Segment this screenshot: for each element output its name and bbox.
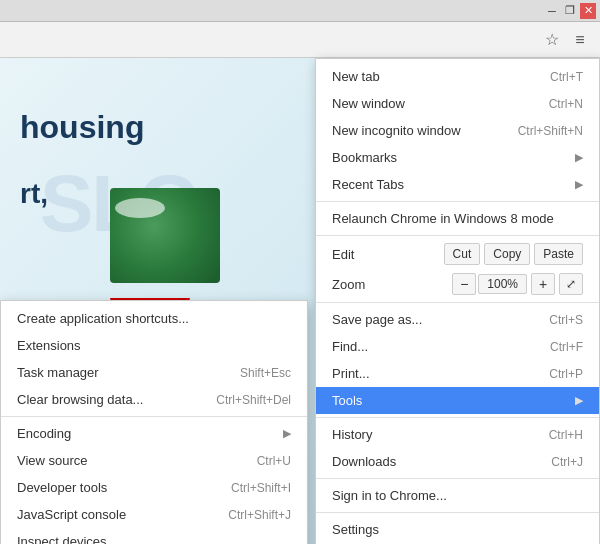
close-button[interactable]: ✕ xyxy=(580,3,596,19)
submenu-item-label: Inspect devices xyxy=(17,534,291,544)
copy-button[interactable]: Copy xyxy=(484,243,530,265)
main-menu: New tabCtrl+TNew windowCtrl+NNew incogni… xyxy=(315,58,600,544)
menu-item-label: Bookmarks xyxy=(332,150,569,165)
shortcut-label: Ctrl+U xyxy=(257,454,291,468)
menu-item-tools[interactable]: Tools▶ xyxy=(316,387,599,414)
submenu-item-label: Clear browsing data... xyxy=(17,392,196,407)
submenu-item-label: Developer tools xyxy=(17,480,211,495)
paste-button[interactable]: Paste xyxy=(534,243,583,265)
browser-toolbar: ☆ ≡ xyxy=(0,22,600,58)
shortcut-label: Shift+Esc xyxy=(240,366,291,380)
zoom-label: Zoom xyxy=(332,277,450,292)
zoom-in-button[interactable]: + xyxy=(531,273,555,295)
menu-item-label: Recent Tabs xyxy=(332,177,569,192)
shortcut-label: Ctrl+J xyxy=(551,455,583,469)
zoom-value: 100% xyxy=(478,274,527,294)
tools-submenu: Create application shortcuts...Extension… xyxy=(0,300,308,544)
zoom-out-button[interactable]: − xyxy=(452,273,476,295)
submenu-item-1[interactable]: Extensions xyxy=(1,332,307,359)
zoom-row: Zoom−100%+⤢ xyxy=(316,269,599,299)
submenu-item-label: Extensions xyxy=(17,338,291,353)
submenu-item-7[interactable]: Developer toolsCtrl+Shift+I xyxy=(1,474,307,501)
menu-item-label: Settings xyxy=(332,522,583,537)
shortcut-label: Ctrl+T xyxy=(550,70,583,84)
submenu-item-label: Encoding xyxy=(17,426,277,441)
menu-divider xyxy=(1,416,307,417)
menu-icon[interactable]: ≡ xyxy=(566,26,594,54)
menu-item-label: New window xyxy=(332,96,539,111)
menu-item-label: Relaunch Chrome in Windows 8 mode xyxy=(332,211,583,226)
menu-item-save-page[interactable]: Save page as...Ctrl+S xyxy=(316,306,599,333)
menu-divider xyxy=(316,235,599,236)
submenu-item-8[interactable]: JavaScript consoleCtrl+Shift+J xyxy=(1,501,307,528)
edit-label: Edit xyxy=(332,247,440,262)
menu-item-find[interactable]: Find...Ctrl+F xyxy=(316,333,599,360)
submenu-item-3[interactable]: Clear browsing data...Ctrl+Shift+Del xyxy=(1,386,307,413)
arrow-icon: ▶ xyxy=(575,178,583,191)
shortcut-label: Ctrl+N xyxy=(549,97,583,111)
menu-item-label: History xyxy=(332,427,539,442)
maximize-button[interactable]: ❐ xyxy=(562,3,578,19)
menu-divider xyxy=(316,302,599,303)
shortcut-label: Ctrl+H xyxy=(549,428,583,442)
earth-clouds xyxy=(115,198,165,218)
submenu-arrow-icon: ▶ xyxy=(283,427,291,440)
submenu-item-9[interactable]: Inspect devices xyxy=(1,528,307,544)
submenu-item-0[interactable]: Create application shortcuts... xyxy=(1,305,307,332)
shortcut-label: Ctrl+Shift+Del xyxy=(216,393,291,407)
submenu-item-label: Create application shortcuts... xyxy=(17,311,291,326)
cut-button[interactable]: Cut xyxy=(444,243,481,265)
fullscreen-button[interactable]: ⤢ xyxy=(559,273,583,295)
submenu-item-label: View source xyxy=(17,453,237,468)
menu-item-label: Sign in to Chrome... xyxy=(332,488,583,503)
edit-row: EditCutCopyPaste xyxy=(316,239,599,269)
arrow-icon: ▶ xyxy=(575,151,583,164)
menu-item-print[interactable]: Print...Ctrl+P xyxy=(316,360,599,387)
shortcut-label: Ctrl+P xyxy=(549,367,583,381)
arrow-icon: ▶ xyxy=(575,394,583,407)
menu-item-bookmarks[interactable]: Bookmarks▶ xyxy=(316,144,599,171)
menu-item-signin[interactable]: Sign in to Chrome... xyxy=(316,482,599,509)
shortcut-label: Ctrl+S xyxy=(549,313,583,327)
submenu-item-6[interactable]: View sourceCtrl+U xyxy=(1,447,307,474)
menu-item-settings[interactable]: Settings xyxy=(316,516,599,543)
menu-divider xyxy=(316,201,599,202)
menu-item-label: Save page as... xyxy=(332,312,539,327)
menu-item-new-incognito[interactable]: New incognito windowCtrl+Shift+N xyxy=(316,117,599,144)
menu-divider xyxy=(316,512,599,513)
menu-divider xyxy=(316,417,599,418)
menu-item-label: Find... xyxy=(332,339,540,354)
submenu-item-label: JavaScript console xyxy=(17,507,208,522)
menu-item-relaunch[interactable]: Relaunch Chrome in Windows 8 mode xyxy=(316,205,599,232)
menu-item-downloads[interactable]: DownloadsCtrl+J xyxy=(316,448,599,475)
title-bar: ─ ❐ ✕ xyxy=(0,0,600,22)
shortcut-label: Ctrl+Shift+I xyxy=(231,481,291,495)
menu-divider xyxy=(316,478,599,479)
menu-item-label: New incognito window xyxy=(332,123,508,138)
submenu-item-label: Task manager xyxy=(17,365,220,380)
page-text-housing: housing xyxy=(20,108,144,146)
submenu-item-5[interactable]: Encoding▶ xyxy=(1,420,307,447)
menu-item-new-window[interactable]: New windowCtrl+N xyxy=(316,90,599,117)
shortcut-label: Ctrl+Shift+J xyxy=(228,508,291,522)
bookmark-icon[interactable]: ☆ xyxy=(538,26,566,54)
menu-item-label: New tab xyxy=(332,69,540,84)
shortcut-label: Ctrl+Shift+N xyxy=(518,124,583,138)
menu-item-history[interactable]: HistoryCtrl+H xyxy=(316,421,599,448)
submenu-item-2[interactable]: Task managerShift+Esc xyxy=(1,359,307,386)
shortcut-label: Ctrl+F xyxy=(550,340,583,354)
menu-item-recent-tabs[interactable]: Recent Tabs▶ xyxy=(316,171,599,198)
menu-item-label: Downloads xyxy=(332,454,541,469)
earth-image xyxy=(110,188,220,283)
menu-item-label: Tools xyxy=(332,393,569,408)
menu-item-label: Print... xyxy=(332,366,539,381)
page-text-rt: rt, xyxy=(20,178,48,210)
menu-item-new-tab[interactable]: New tabCtrl+T xyxy=(316,63,599,90)
minimize-button[interactable]: ─ xyxy=(544,3,560,19)
